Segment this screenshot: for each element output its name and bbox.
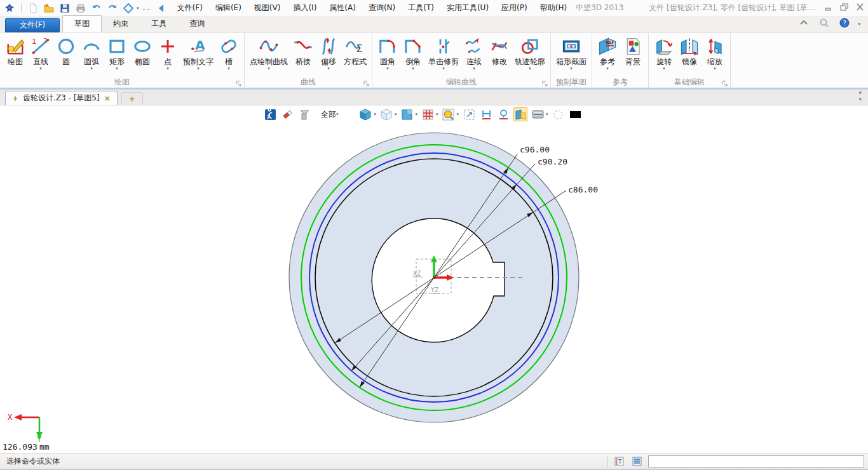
color-swatch-black-icon[interactable] — [569, 107, 583, 121]
scale-icon — [705, 36, 725, 57]
ellipse-button[interactable]: 椭圆 — [130, 35, 155, 72]
dialog-launcher-icon[interactable] — [722, 80, 728, 86]
menu-insert[interactable]: 插入(I) — [293, 3, 316, 13]
undo-icon[interactable] — [91, 3, 102, 14]
view-orientation-icon[interactable] — [400, 107, 414, 121]
collapse-ribbon-icon[interactable] — [799, 18, 809, 30]
menu-tools[interactable]: 工具(T) — [408, 3, 434, 13]
regen-icon[interactable] — [123, 3, 134, 14]
rotate-button[interactable]: 旋转 — [651, 35, 677, 72]
chevron-down-icon[interactable]: ▾ — [137, 6, 139, 11]
box-section-button[interactable]: 箱形截面 — [553, 35, 589, 72]
redo-icon[interactable] — [107, 3, 118, 14]
new-file-icon[interactable] — [27, 3, 39, 14]
menu-attributes[interactable]: 属性(A) — [329, 3, 356, 13]
draw-button[interactable]: 绘图 — [3, 35, 28, 72]
tab-constraints[interactable]: 约束 — [102, 16, 140, 32]
shaded-view-icon[interactable] — [359, 107, 373, 121]
tab-list-icon[interactable]: ▾▾ — [852, 90, 868, 105]
close-icon[interactable] — [856, 3, 864, 13]
menu-view[interactable]: 视图(V) — [254, 3, 281, 13]
trace-profile-button[interactable]: 轨迹轮廓 — [512, 35, 548, 72]
print-icon[interactable] — [75, 3, 86, 14]
menu-edit[interactable]: 编辑(E) — [215, 3, 241, 13]
scale-button[interactable]: 缩放 — [702, 35, 728, 72]
grid-icon[interactable] — [421, 107, 435, 121]
point-curve-button[interactable]: 点绘制曲线 — [247, 35, 290, 72]
new-document-tab-button[interactable]: + — [121, 92, 143, 105]
zoom-circle-icon[interactable] — [442, 107, 456, 121]
circle-button[interactable]: 圆 — [53, 35, 79, 72]
sketch-plane-icon[interactable] — [513, 107, 527, 121]
menu-help[interactable]: 帮助(H) — [540, 3, 567, 13]
help-icon[interactable]: ? — [839, 18, 850, 30]
input-options-icon[interactable]: T — [613, 455, 625, 468]
eraser-icon[interactable] — [280, 107, 294, 121]
perpendicular-constraint-icon[interactable] — [496, 107, 510, 121]
tab-sketch[interactable]: 草图 — [62, 15, 102, 32]
dotted-circle-icon[interactable] — [552, 107, 566, 121]
one-click-trim-button[interactable]: 单击修剪 — [426, 35, 461, 72]
filter-icon[interactable] — [297, 107, 311, 121]
filter-dropdown[interactable]: 全部 ▾ — [321, 109, 339, 120]
chamfer-button[interactable]: 倒角 — [400, 35, 426, 72]
continuity-button[interactable]: 连续 — [461, 35, 487, 72]
wireframe-view-icon[interactable] — [379, 107, 393, 121]
point-button[interactable]: 点 — [155, 35, 180, 72]
menu-file[interactable]: 文件(F) — [177, 3, 203, 13]
dialog-launcher-icon[interactable] — [542, 80, 548, 86]
display-mode-icon[interactable] — [531, 107, 545, 121]
open-file-icon[interactable] — [43, 3, 55, 14]
close-tab-icon[interactable]: × — [104, 94, 111, 103]
horizontal-constraint-icon[interactable] — [479, 107, 493, 121]
line-button[interactable]: 12 直线 — [28, 35, 53, 72]
background-button[interactable]: 背景 — [620, 35, 646, 72]
command-input[interactable] — [648, 455, 864, 467]
toolbar-options-icon[interactable]: ⌄⌄ — [142, 5, 151, 11]
chevron-down-icon — [197, 66, 200, 72]
exit-sketch-icon[interactable] — [263, 107, 277, 121]
mirror-button[interactable]: 镜像 — [677, 35, 702, 72]
bridge-button[interactable]: 桥接 — [290, 35, 316, 72]
offset-button[interactable]: 偏移 — [316, 35, 341, 72]
dimension-label-d96[interactable]: c96.00 — [520, 145, 550, 154]
chevron-down-icon[interactable]: ▾ — [436, 112, 438, 117]
dimension-label-d86[interactable]: c86.00 — [568, 185, 598, 194]
drawing-canvas-area[interactable]: 全部 ▾ ▾ ▾ ▾ ▾ ▾ ▾ — [0, 105, 868, 453]
document-tab-active[interactable]: + 齿轮设计.Z3 - [草图5] × — [5, 91, 118, 105]
equation-button[interactable]: Σ 方程式 — [341, 35, 369, 72]
command-history-icon[interactable] — [630, 455, 643, 468]
chevron-down-icon[interactable]: ▾ — [457, 112, 459, 117]
ready-text-button[interactable]: A 预制文字 — [180, 35, 216, 72]
modify-button[interactable]: 修改 — [487, 35, 512, 72]
dialog-launcher-icon[interactable] — [363, 80, 370, 86]
dialog-launcher-icon[interactable] — [236, 80, 242, 86]
chevron-down-icon — [570, 66, 573, 72]
search-icon[interactable] — [819, 18, 829, 30]
chevron-down-icon[interactable]: ▾ — [858, 22, 860, 27]
reference-button[interactable]: REF 参考 — [595, 35, 620, 72]
tab-inquire[interactable]: 查询 — [178, 16, 216, 32]
tab-tools[interactable]: 工具 — [140, 16, 178, 32]
menu-utilities[interactable]: 实用工具(U) — [447, 3, 489, 13]
back-icon[interactable] — [156, 3, 167, 14]
sketch-canvas[interactable]: c96.00 c90.20 c86.00 XZ YZ X Y 126.093 m… — [0, 105, 868, 453]
rectangle-button[interactable]: 矩形 — [104, 35, 130, 72]
save-file-icon[interactable] — [59, 3, 71, 14]
ribbon: 绘图 12 直线 圆 圆弧 矩形 椭圆 — [0, 33, 868, 90]
chevron-down-icon[interactable]: ▾ — [416, 112, 418, 117]
trim-icon — [433, 36, 454, 57]
chevron-down-icon[interactable]: ▾ — [374, 112, 377, 117]
fillet-button[interactable]: 圆角 — [375, 35, 400, 72]
slot-button[interactable]: 槽 — [216, 35, 241, 72]
chevron-down-icon[interactable]: ▾ — [546, 112, 548, 117]
restore-icon[interactable] — [840, 3, 848, 13]
minimize-icon[interactable] — [824, 3, 832, 13]
arc-button[interactable]: 圆弧 — [79, 35, 104, 72]
chevron-down-icon[interactable]: ▾ — [395, 112, 397, 117]
menu-inquire[interactable]: 查询(N) — [369, 3, 395, 13]
dimension-label-d90[interactable]: c90.20 — [538, 157, 567, 166]
menu-applications[interactable]: 应用(P) — [501, 3, 527, 13]
file-menu-button[interactable]: 文件(F) — [5, 18, 60, 32]
zoom-extents-icon[interactable] — [462, 107, 476, 121]
